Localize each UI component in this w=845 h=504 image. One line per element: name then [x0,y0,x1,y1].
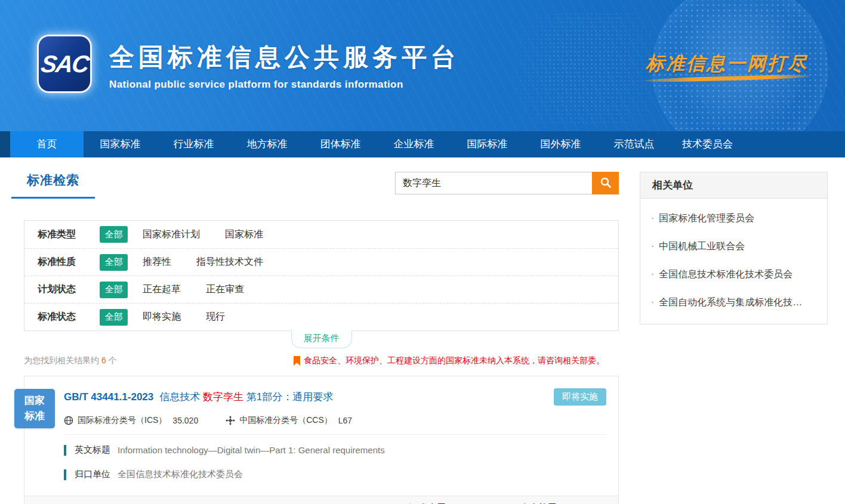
ics-classification: 国际标准分类号（ICS） 35.020 [64,415,198,426]
nav-item-home[interactable]: 首页 [10,131,84,157]
sidebar-title: 相关单位 [652,180,693,191]
filter-label: 标准类型 [38,228,100,241]
nav-item-technical-committee[interactable]: 技术委员会 [671,131,744,157]
main-column: 标准检索 标准类型 全部 国家标准计划 国家标准 [24,172,619,504]
header-banner: SAC 全国标准信息公共服务平台 National public service… [0,0,845,131]
english-title-row: 英文标题 Information technology—Digital twin… [64,444,606,456]
national-standard-badge: 国家 标准 [14,389,55,428]
site-title: 全国标准信息公共服务平台 [109,41,460,74]
filter-panel: 标准类型 全部 国家标准计划 国家标准 标准性质 全部 推荐性 指导性技术文件 … [24,220,619,331]
site-subtitle: National public service platform for sta… [109,79,460,91]
sac-logo-text: SAC [39,51,90,78]
expand-conditions-button[interactable]: 展开条件 [291,330,352,348]
main-nav: 首页 国家标准 行业标准 地方标准 团体标准 企业标准 国际标准 国外标准 示范… [0,131,845,157]
notice-text: 食品安全、环境保护、工程建设方面的国家标准未纳入本系统，请咨询相关部委。 [304,355,605,366]
row-marker [64,469,66,480]
filter-option[interactable]: 现行 [206,311,225,323]
content-area: 标准检索 标准类型 全部 国家标准计划 国家标准 [0,157,845,504]
filter-option[interactable]: 正在审查 [206,283,244,296]
search-icon [600,177,612,190]
ccs-classification: 中国标准分类号（CCS） L67 [226,415,352,426]
nav-item-industry-standards[interactable]: 行业标准 [157,131,230,157]
filter-label: 标准性质 [38,256,100,268]
standard-code-link[interactable]: GB/T 43441.1-2023 [64,391,153,403]
section-tab-standard-search: 标准检索 [11,172,95,199]
filter-row-standard-nature: 标准性质 全部 推荐性 指导性技术文件 [24,248,618,276]
filter-option[interactable]: 正在起草 [143,283,181,296]
filter-option[interactable]: 国家标准 [225,228,263,241]
result-count-number: 6 [99,355,109,365]
nav-item-national-standards[interactable]: 国家标准 [84,131,157,157]
globe-icon [64,416,73,425]
search-button[interactable] [592,172,619,194]
related-units-panel: 相关单位 ·国家标准化管理委员会 ·中国机械工业联合会 ·全国信息技术标准化技术… [640,172,828,324]
centralized-unit-row: 归口单位 全国信息技术标准化技术委员会 [64,469,606,480]
sidebar-item-sac[interactable]: ·国家标准化管理委员会 [651,205,816,233]
nav-item-international-standards[interactable]: 国际标准 [451,131,524,157]
filter-row-standard-status: 标准状态 全部 即将实施 现行 [24,303,618,330]
filter-option[interactable]: 指导性技术文件 [196,256,263,268]
card-footer: 发布于 2023-11-27 实施于 2024-06-01 [24,496,618,504]
result-card: 国家 标准 GB/T 43441.1-2023 信息技术 数字孪生 第1部分：通… [24,376,619,504]
ccs-value: L67 [338,416,352,425]
filter-all-button[interactable]: 全部 [100,282,128,298]
ics-value: 35.020 [172,416,198,425]
filter-all-button[interactable]: 全部 [100,226,128,243]
filter-row-standard-type: 标准类型 全部 国家标准计划 国家标准 [24,221,618,248]
standard-title-link[interactable]: 信息技术 数字孪生 第1部分：通用要求 [159,390,333,404]
nav-item-local-standards[interactable]: 地方标准 [230,131,304,157]
search-term-highlight: 数字孪生 [203,391,243,403]
row-marker [64,445,66,456]
filter-option[interactable]: 即将实施 [143,311,181,323]
sidebar-item-automation-systems-committee[interactable]: ·全国自动化系统与集成标准化技… [651,289,816,317]
centralized-unit-value: 全国信息技术标准化技术委员会 [118,469,243,480]
filter-option[interactable]: 推荐性 [143,256,171,268]
result-count: 为您找到相关结果约6个 [24,355,117,366]
nav-item-foreign-standards[interactable]: 国外标准 [524,131,597,157]
filter-row-plan-status: 计划状态 全部 正在起草 正在审查 [24,276,618,303]
filter-label: 标准状态 [38,311,100,323]
slogan-text: 标准信息一网打尽 [646,51,808,76]
english-title-value: Information technology—Digital twin—Part… [118,445,385,455]
filter-label: 计划状态 [38,283,100,296]
compass-icon [226,416,235,425]
nav-item-pilot[interactable]: 示范试点 [597,131,671,157]
sac-logo: SAC [37,35,92,93]
nav-item-group-standards[interactable]: 团体标准 [304,131,377,157]
sidebar-item-it-standardization-committee[interactable]: ·全国信息技术标准化技术委员会 [651,261,816,289]
filter-all-button[interactable]: 全部 [100,254,128,271]
page-title: 标准检索 [27,173,79,187]
filter-option[interactable]: 国家标准计划 [143,228,200,241]
nav-item-enterprise-standards[interactable]: 企业标准 [377,131,451,157]
nav-left-strip [0,131,10,157]
status-badge: 即将实施 [554,388,606,406]
system-notice: 食品安全、环境保护、工程建设方面的国家标准未纳入本系统，请咨询相关部委。 [294,355,605,366]
bookmark-icon [294,356,300,366]
filter-all-button[interactable]: 全部 [100,309,128,326]
sidebar-header: 相关单位 [640,172,827,199]
search-input[interactable] [395,172,592,194]
sidebar-item-machinery-federation[interactable]: ·中国机械工业联合会 [651,233,816,261]
